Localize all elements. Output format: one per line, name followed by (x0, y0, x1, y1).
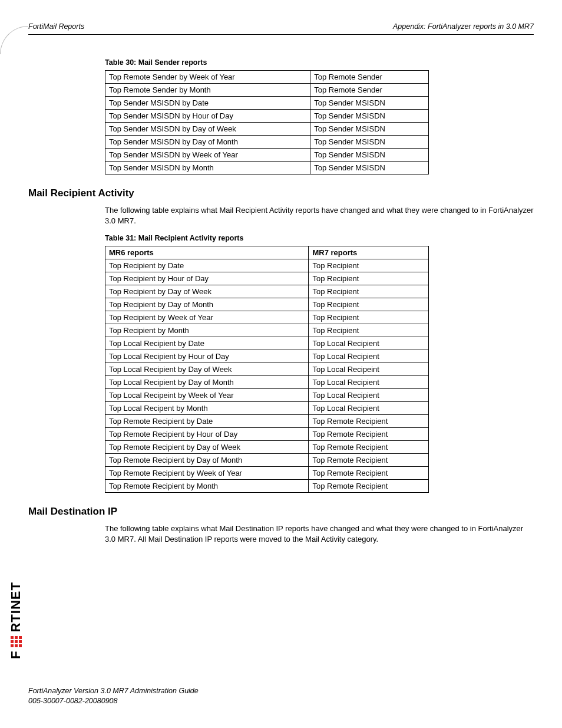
table-cell: Top Remote Recipient (309, 428, 429, 441)
table-cell: Top Sender MSISDN by Week of Year (105, 149, 310, 162)
table-row: Top Recipient by DateTop Recipient (105, 259, 429, 272)
table-row: Top Local Recipient by Day of WeekTop Lo… (105, 363, 429, 376)
table-cell: Top Recipient by Day of Week (105, 285, 309, 298)
table-cell: Top Local Recipient (309, 350, 429, 363)
para-mail-destination-ip: The following table explains what Mail D… (105, 523, 534, 544)
page-header: FortiMail Reports Appendix: FortiAnalyze… (28, 22, 534, 31)
page-corner-decoration (0, 26, 28, 54)
table-row: Top Recipient by Day of MonthTop Recipie… (105, 298, 429, 311)
table-cell: Top Remote Sender (310, 84, 429, 97)
table-cell: Top Local Recipient by Day of Week (105, 363, 309, 376)
table-cell: Top Local Recipient (309, 376, 429, 389)
table-cell: Top Recipient (309, 324, 429, 337)
table-row: Top Sender MSISDN by Day of WeekTop Send… (105, 123, 429, 136)
table-cell: Top Sender MSISDN by Day of Month (105, 136, 310, 149)
table-row: Top Local Recipient by DateTop Local Rec… (105, 337, 429, 350)
table-cell: Top Local Recipent by Month (105, 402, 309, 415)
table-cell: Top Local Recipeint (309, 363, 429, 376)
table-row: Top Sender MSISDN by Day of MonthTop Sen… (105, 136, 429, 149)
table-cell: Top Recipient by Date (105, 259, 309, 272)
logo-text-f: F (8, 651, 24, 659)
table-row: Top Remote Sender by MonthTop Remote Sen… (105, 84, 429, 97)
table-cell: Top Sender MSISDN (310, 97, 429, 110)
table-cell: Top Local Recipient (309, 402, 429, 415)
table-cell: Top Local Recipient (309, 337, 429, 350)
table-row: Top Remote Recipient by Day of MonthTop … (105, 454, 429, 467)
table31-caption: Table 31: Mail Recipient Activity report… (105, 234, 534, 242)
table-cell: Top Recipient (309, 259, 429, 272)
heading-mail-recipient-activity: Mail Recipient Activity (28, 187, 534, 199)
para-mail-recipient-activity: The following table explains what Mail R… (105, 205, 534, 226)
page-footer: FortiAnalyzer Version 3.0 MR7 Administra… (28, 686, 199, 706)
heading-mail-destination-ip: Mail Destination IP (28, 506, 534, 518)
table-cell: Top Local Recipient by Hour of Day (105, 350, 309, 363)
table-row: Top Remote Recipient by MonthTop Remote … (105, 480, 429, 493)
footer-line2: 005-30007-0082-20080908 (28, 696, 199, 706)
table-cell: Top Recipient (309, 298, 429, 311)
table-cell: Top Recipient by Month (105, 324, 309, 337)
table-row: Top Remote Recipient by Week of YearTop … (105, 467, 429, 480)
table-cell: Top Recipient (309, 311, 429, 324)
logo-text-rtinet: RTINET (8, 582, 24, 632)
table-cell: Top Remote Recipient by Day of Month (105, 454, 309, 467)
table-cell: Top Recipient (309, 285, 429, 298)
table-cell: Top Sender MSISDN (310, 149, 429, 162)
table-cell: Top Recipient by Day of Month (105, 298, 309, 311)
table-row: Top Recipient by Day of WeekTop Recipien… (105, 285, 429, 298)
table31-col-mr6: MR6 reports (105, 246, 309, 259)
fortinet-logo: F RTINET (8, 582, 24, 659)
footer-line1: FortiAnalyzer Version 3.0 MR7 Administra… (28, 686, 199, 696)
header-rule (28, 34, 534, 35)
table-row: Top Sender MSISDN by Hour of DayTop Send… (105, 110, 429, 123)
table-cell: Top Sender MSISDN by Day of Week (105, 123, 310, 136)
header-left: FortiMail Reports (28, 22, 84, 31)
table-row: Top Sender MSISDN by MonthTop Sender MSI… (105, 162, 429, 174)
table-row: Top Local Recipient by Hour of DayTop Lo… (105, 350, 429, 363)
table-cell: Top Local Recipient by Day of Month (105, 376, 309, 389)
table-cell: Top Sender MSISDN (310, 136, 429, 149)
table-cell: Top Sender MSISDN by Hour of Day (105, 110, 310, 123)
table-cell: Top Local Recipeint by Week of Year (105, 389, 309, 402)
table30-caption: Table 30: Mail Sender reports (105, 58, 534, 67)
table-cell: Top Sender MSISDN by Date (105, 97, 310, 110)
table-cell: Top Local Recipient (309, 389, 429, 402)
table-cell: Top Remote Recipient by Month (105, 480, 309, 493)
table-row: Top Remote Sender by Week of YearTop Rem… (105, 71, 429, 84)
table-cell: Top Remote Recipient by Day of Week (105, 441, 309, 454)
table-cell: Top Remote Recipient (309, 480, 429, 493)
table-cell: Top Remote Sender (310, 71, 429, 84)
header-right: Appendix: FortiAnalyzer reports in 3.0 M… (393, 22, 534, 31)
table30-mail-sender-reports: Top Remote Sender by Week of YearTop Rem… (105, 70, 429, 174)
logo-mark-icon (11, 636, 22, 647)
table-row: Top Remote Recipient by DateTop Remote R… (105, 415, 429, 428)
table-row: Top Local Recipient by Day of MonthTop L… (105, 376, 429, 389)
table-row: Top Recipient by MonthTop Recipient (105, 324, 429, 337)
table-row: Top Local Recipent by MonthTop Local Rec… (105, 402, 429, 415)
table-cell: Top Sender MSISDN (310, 123, 429, 136)
table31-mail-recipient-activity-reports: MR6 reports MR7 reports Top Recipient by… (105, 246, 429, 493)
table-cell: Top Remote Recipient by Date (105, 415, 309, 428)
table-cell: Top Remote Sender by Month (105, 84, 310, 97)
table-cell: Top Remote Recipient (309, 415, 429, 428)
table-cell: Top Sender MSISDN (310, 162, 429, 174)
table-cell: Top Remote Recipient (309, 441, 429, 454)
table-cell: Top Sender MSISDN (310, 110, 429, 123)
table-cell: Top Remote Recipient by Hour of Day (105, 428, 309, 441)
table-row: Top Sender MSISDN by Week of YearTop Sen… (105, 149, 429, 162)
table-cell: Top Remote Recipient by Week of Year (105, 467, 309, 480)
table-cell: Top Remote Recipient (309, 454, 429, 467)
table-cell: Top Recipient by Week of Year (105, 311, 309, 324)
table-row: Top Sender MSISDN by DateTop Sender MSIS… (105, 97, 429, 110)
table-cell: Top Remote Sender by Week of Year (105, 71, 310, 84)
table-cell: Top Recipient (309, 272, 429, 285)
table-cell: Top Local Recipient by Date (105, 337, 309, 350)
table-cell: Top Sender MSISDN by Month (105, 162, 310, 174)
table-row: Top Recipient by Week of YearTop Recipie… (105, 311, 429, 324)
table-row: Top Remote Recipient by Hour of DayTop R… (105, 428, 429, 441)
table31-col-mr7: MR7 reports (309, 246, 429, 259)
table31-header-row: MR6 reports MR7 reports (105, 246, 429, 259)
table-row: Top Recipient by Hour of DayTop Recipien… (105, 272, 429, 285)
table-row: Top Local Recipeint by Week of YearTop L… (105, 389, 429, 402)
table-cell: Top Remote Recipient (309, 467, 429, 480)
table-row: Top Remote Recipient by Day of WeekTop R… (105, 441, 429, 454)
